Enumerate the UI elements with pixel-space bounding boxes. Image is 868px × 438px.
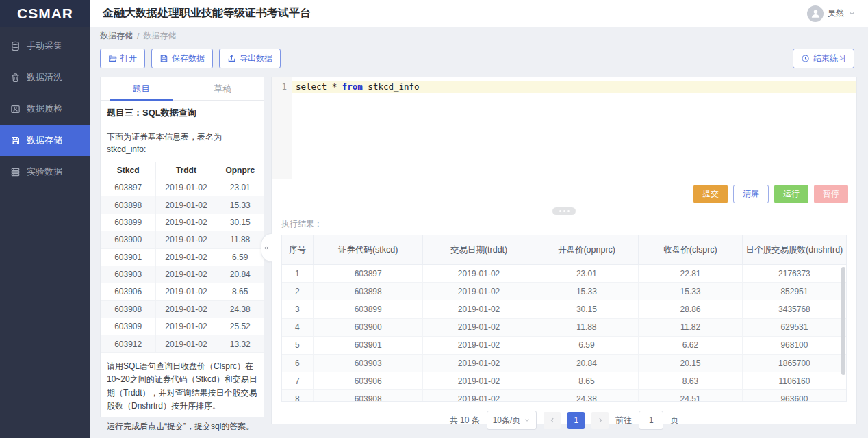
table-cell: 20.15 <box>639 354 743 372</box>
table-cell: 11.82 <box>639 318 743 336</box>
action-bar: 提交 清屏 运行 暂停 <box>272 179 856 211</box>
submit-button[interactable]: 提交 <box>693 185 728 203</box>
table-cell: 852951 <box>742 283 846 300</box>
table-cell: 15.33 <box>535 283 639 300</box>
pause-button[interactable]: 暂停 <box>814 185 848 203</box>
question-title: 题目三：SQL数据查询 <box>101 101 264 125</box>
pagination: 共 10 条 10条/页 1 前往 页 <box>281 411 847 430</box>
table-cell: 2019-01-02 <box>423 372 535 390</box>
sql-editor[interactable]: 1 select * from stkcd_info <box>272 77 856 179</box>
table-cell: 629531 <box>742 318 846 336</box>
tab-question[interactable]: 题目 <box>101 77 182 100</box>
results-table: 序号证券代码(stkcd)交易日期(trddt)开盘价(opnprc)收盘价(c… <box>282 235 846 402</box>
editor-code-area[interactable]: select * from stkcd_info <box>292 77 856 179</box>
line-number: 1 <box>272 81 287 93</box>
end-practice-button[interactable]: 结束练习 <box>793 49 854 68</box>
run-button[interactable]: 运行 <box>774 185 808 203</box>
table-header-row: 序号证券代码(stkcd)交易日期(trddt)开盘价(opnprc)收盘价(c… <box>282 235 846 265</box>
next-page-button[interactable] <box>591 412 609 429</box>
sidebar-item-data-storage[interactable]: 数据存储 <box>0 125 90 156</box>
table-row: 6039082019-01-0224.38 <box>101 300 264 318</box>
table-cell: 7 <box>282 372 313 390</box>
page-size-select[interactable]: 10条/页 <box>487 411 537 430</box>
table-cell: 6.59 <box>535 336 639 354</box>
tab-draft[interactable]: 草稿 <box>182 77 264 100</box>
code-line: select * from stkcd_info <box>292 81 856 93</box>
question-note: 运行完成后点击“提交”，提交sql的答案。 <box>101 413 264 433</box>
table-cell: 603901 <box>101 248 156 266</box>
open-button[interactable]: 打开 <box>100 49 145 68</box>
save-icon <box>159 54 168 63</box>
panel-collapse-handle[interactable] <box>261 233 272 262</box>
results-section: 执行结果： 序号证券代码(stkcd)交易日期(trddt)开盘价(opnprc… <box>272 211 856 430</box>
table-cell: 8.63 <box>639 372 743 390</box>
user-menu[interactable]: 昊然 <box>807 5 856 22</box>
table-row: 6038982019-01-0215.33 <box>101 196 264 214</box>
goto-page-input[interactable] <box>639 411 663 430</box>
sidebar-item-label: 手动采集 <box>27 40 62 52</box>
table-row: 6039062019-01-028.65 <box>101 283 264 300</box>
sidebar-item-experiment-data[interactable]: 实验数据 <box>0 156 90 188</box>
table-row: 46039002019-01-0211.8811.82629531 <box>282 318 846 336</box>
table-row: 6039032019-01-0220.84 <box>101 266 264 283</box>
column-header: 收盘价(clsprc) <box>639 235 743 265</box>
server-icon <box>10 167 21 177</box>
table-cell: 8 <box>282 390 313 402</box>
table-cell: 3435768 <box>742 300 846 318</box>
table-cell: 963600 <box>742 390 846 402</box>
open-button-label: 打开 <box>120 53 137 64</box>
export-data-button[interactable]: 导出数据 <box>219 49 281 68</box>
table-cell: 6.59 <box>216 248 264 266</box>
breadcrumb-separator: / <box>137 31 139 41</box>
table-cell: 603901 <box>313 336 423 354</box>
clock-icon <box>801 54 810 63</box>
table-cell: 2019-01-02 <box>423 354 535 372</box>
table-cell: 2019-01-02 <box>156 266 216 283</box>
sidebar-item-data-cleaning[interactable]: 数据清洗 <box>0 62 90 93</box>
double-chevron-left-icon <box>263 244 270 252</box>
sidebar-item-label: 数据清洗 <box>27 71 62 83</box>
table-cell: 2019-01-02 <box>156 196 216 214</box>
table-cell: 603897 <box>313 265 423 283</box>
question-panel: 题目 草稿 题目三：SQL数据查询 下面为证券基本信息表，表名为stkcd_in… <box>100 77 264 417</box>
table-cell: 2019-01-02 <box>156 318 216 335</box>
table-cell: 22.81 <box>639 265 743 283</box>
current-page-button[interactable]: 1 <box>567 412 585 429</box>
prev-page-button[interactable] <box>544 412 561 429</box>
sidebar-item-label: 数据质检 <box>27 103 62 115</box>
table-row: 6039122019-01-0213.32 <box>101 335 264 352</box>
table-cell: 603900 <box>101 231 156 248</box>
id-card-icon <box>10 104 21 114</box>
table-row: 56039012019-01-026.596.62968100 <box>282 336 846 354</box>
avatar <box>807 5 824 22</box>
clear-screen-button[interactable]: 清屏 <box>733 185 769 203</box>
sidebar-item-data-quality[interactable]: 数据质检 <box>0 93 90 125</box>
table-row: 6038992019-01-0230.15 <box>101 214 264 231</box>
breadcrumb-section[interactable]: 数据存储 <box>100 30 133 42</box>
table-cell: 13.32 <box>216 335 264 352</box>
results-label: 执行结果： <box>281 218 847 230</box>
table-cell: 603912 <box>101 335 156 352</box>
table-cell: 11.88 <box>535 318 639 336</box>
sidebar-nav: 手动采集 数据清洗 数据质检 数据存储 实验数据 <box>0 27 90 188</box>
user-name: 昊然 <box>828 8 844 19</box>
table-cell: 6 <box>282 354 313 372</box>
table-cell: 1865700 <box>742 354 846 372</box>
table-cell: 1106160 <box>742 372 846 390</box>
table-row: 86039082019-01-0224.3824.51963600 <box>282 390 846 402</box>
table-cell: 23.01 <box>535 265 639 283</box>
splitter-drag-handle[interactable] <box>552 207 576 215</box>
table-scrollbar[interactable] <box>841 267 845 375</box>
table-row: 6038972019-01-0223.01 <box>101 179 264 196</box>
table-cell: 15.33 <box>639 283 743 300</box>
save-data-button[interactable]: 保存数据 <box>151 49 213 68</box>
table-cell: 24.38 <box>535 390 639 402</box>
export-data-button-label: 导出数据 <box>240 53 272 64</box>
table-cell: 30.15 <box>216 214 264 231</box>
table-cell: 603909 <box>101 318 156 335</box>
table-cell: 2019-01-02 <box>423 300 535 318</box>
table-header-row: StkcdTrddtOpnprc <box>101 162 264 179</box>
sidebar-item-manual-collection[interactable]: 手动采集 <box>0 30 90 62</box>
trash-icon <box>10 73 21 83</box>
brand-logo: CSMAR <box>0 0 90 27</box>
